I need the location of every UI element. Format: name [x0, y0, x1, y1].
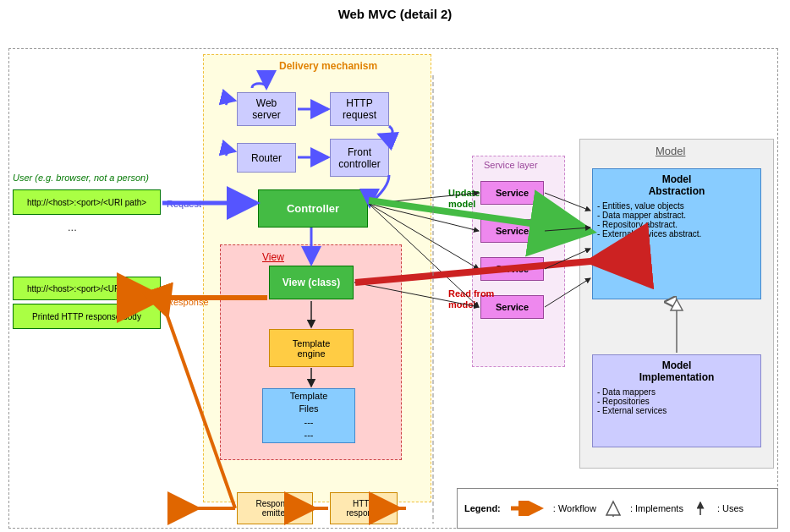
model-implementation-item-1: - Data mappers: [597, 387, 756, 397]
model-abstraction-title: ModelAbstraction: [597, 173, 756, 197]
template-engine-label: Template engine: [293, 338, 331, 359]
model-implementation-box: ModelImplementation - Data mappers - Rep…: [592, 354, 761, 447]
uses-label: : Uses: [717, 503, 743, 513]
response-uri-box: http://<host>:<port>/<URI path>: [13, 277, 161, 300]
model-abstraction-item-2: - Data mapper abstract.: [597, 211, 756, 220]
front-controller-box: Front controller: [330, 139, 389, 177]
http-response-box: HTTP response: [330, 492, 398, 524]
response-uri-text: http://<host>:<port>/<URI path>: [27, 284, 146, 293]
model-implementation-item-3: - External services: [597, 406, 756, 415]
view-section-label-text: View: [262, 251, 284, 263]
response-emitter-label: Response emitter: [255, 499, 294, 518]
service-label-2: Service: [496, 226, 529, 236]
model-abstraction-item-1: - Entities, value objects: [597, 201, 756, 211]
page-title: Web MVC (detail 2): [0, 0, 790, 25]
model-implementation-title: ModelImplementation: [597, 359, 756, 383]
service-box-2: Service: [480, 219, 544, 243]
controller-label: Controller: [287, 202, 339, 215]
model-implementation-item-2: - Repositories: [597, 397, 756, 406]
template-files-box: Template Files --- ---: [262, 388, 355, 443]
delivery-mechanism-label: Delivery mechanism: [279, 60, 377, 72]
update-model-label: Update model: [448, 188, 480, 210]
controller-box: Controller: [258, 189, 368, 228]
implements-arrow-icon: [605, 500, 622, 517]
user-label: User (e.g. browser, not a person): [13, 173, 149, 183]
service-label-1: Service: [496, 188, 529, 198]
view-class-label: View (class): [283, 277, 340, 288]
workflow-arrow-icon: [509, 501, 545, 516]
user-uri-text: http://<host>:<port>/<URI path>: [27, 198, 146, 207]
template-files-label: Template Files --- ---: [290, 390, 328, 442]
web-server-box: Web server: [237, 92, 296, 126]
response-body-box: Printed HTTP response body: [13, 304, 161, 329]
read-from-model-label: Read from model: [448, 288, 494, 310]
user-dots: ...: [68, 221, 77, 233]
http-request-box: HTTP request: [330, 92, 389, 126]
view-class-box: View (class): [269, 266, 354, 299]
model-abstraction-item-4: - External services abstract.: [597, 229, 756, 239]
router-label: Router: [251, 152, 282, 164]
service-layer-label: Service layer: [484, 160, 538, 170]
response-label: Response: [167, 297, 209, 307]
workflow-label: : Workflow: [553, 503, 596, 513]
svg-marker-1: [606, 502, 620, 515]
model-label: Model: [656, 145, 685, 157]
front-controller-label: Front controller: [338, 146, 380, 170]
request-label: Request: [167, 199, 201, 209]
service-label-4: Service: [496, 302, 529, 312]
user-uri-box: http://<host>:<port>/<URI path>: [13, 189, 161, 215]
model-abstraction-box: ModelAbstraction - Entities, value objec…: [592, 168, 761, 299]
http-response-label: HTTP response: [346, 499, 381, 518]
service-label-3: Service: [496, 264, 529, 274]
view-section-label: View: [262, 251, 284, 263]
router-box: Router: [237, 143, 296, 173]
web-server-label: Web server: [252, 97, 280, 121]
template-engine-box: Template engine: [269, 329, 354, 367]
service-box-1: Service: [480, 181, 544, 205]
uses-arrow-icon: [692, 500, 709, 517]
model-abstraction-item-3: - Repository abstract.: [597, 220, 756, 229]
implements-label: : Implements: [630, 503, 683, 513]
service-box-3: Service: [480, 257, 544, 281]
response-body-text: Printed HTTP response body: [32, 312, 141, 321]
legend-label: Legend:: [464, 503, 501, 513]
legend-box: Legend: : Workflow : Implements: [457, 488, 778, 529]
diagram-area: Delivery mechanism Service layer Model W…: [0, 25, 790, 532]
response-emitter-box: Response emitter: [237, 492, 313, 524]
http-request-label: HTTP request: [343, 97, 376, 121]
